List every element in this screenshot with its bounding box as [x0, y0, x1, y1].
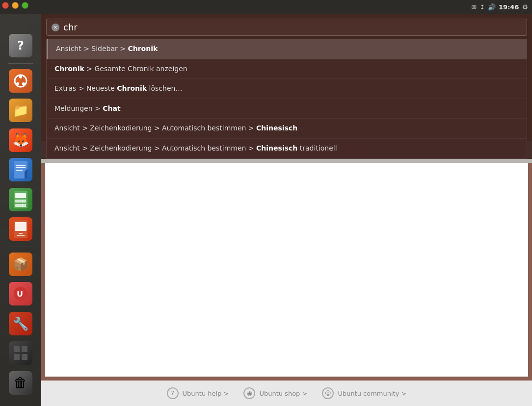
search-bar: × chr — [46, 19, 527, 36]
dock-item-firefox[interactable]: 🦊 — [6, 127, 35, 153]
close-button[interactable] — [2, 2, 9, 9]
svg-point-2 — [22, 82, 25, 85]
clock: 19:46 — [499, 3, 519, 11]
clear-icon: × — [53, 25, 57, 30]
result-3-prefix: Extras > Neueste — [54, 84, 117, 92]
result-1-bold: Chronik — [128, 45, 158, 52]
dock-item-package[interactable]: 📦 — [6, 251, 35, 278]
svg-rect-15 — [19, 204, 23, 207]
dock-item-tools[interactable]: 🔧 — [6, 310, 35, 337]
svg-rect-7 — [16, 170, 23, 171]
system-tray: ✉ ↕ 🔊 19:46 ⚙ — [471, 3, 528, 11]
svg-rect-10 — [15, 193, 26, 198]
result-6-suffix: traditionell — [297, 144, 337, 152]
dock-divider-2 — [8, 247, 33, 247]
dock-item-unity[interactable]: U — [6, 280, 35, 307]
svg-text:U: U — [17, 289, 23, 299]
search-result-chinesisch-traditionell[interactable]: Ansicht > Zeichenkodierung > Automatisch… — [47, 139, 527, 158]
browser-white-content — [45, 163, 528, 377]
result-2-suffix: > Gesamte Chronik anzeigen — [84, 65, 187, 73]
svg-rect-11 — [15, 200, 19, 203]
search-result-chronik-loschen[interactable]: Extras > Neueste Chronik löschen… — [47, 79, 527, 99]
svg-rect-16 — [22, 204, 26, 207]
minimize-button[interactable] — [12, 2, 19, 9]
ubuntu-shop-link[interactable]: ◉ Ubuntu shop > — [243, 387, 307, 399]
search-clear-button[interactable]: × — [52, 24, 59, 31]
main-layout: ? 📁 🦊 — [0, 14, 532, 406]
dock-divider-1 — [8, 63, 33, 64]
search-results-list: Ansicht > Sidebar > Chronik Chronik > Ge… — [46, 39, 527, 159]
svg-rect-20 — [17, 235, 25, 236]
ubuntu-shop-icon: ◉ — [243, 387, 255, 399]
result-6-prefix: Ansicht > Zeichenkodierung > Automatisch… — [54, 144, 256, 152]
mail-icon[interactable]: ✉ — [471, 3, 477, 11]
result-4-prefix: Meldungen > — [54, 104, 103, 112]
search-result-chronik-sidebar[interactable]: Ansicht > Sidebar > Chronik — [47, 39, 527, 59]
dock-item-trash[interactable]: 🗑 — [6, 370, 35, 397]
dock-item-writer[interactable] — [6, 156, 35, 183]
svg-rect-12 — [19, 200, 23, 203]
ubuntu-community-label: Ubuntu community > — [338, 390, 406, 397]
ubuntu-help-icon: ? — [167, 387, 179, 399]
network-icon[interactable]: ↕ — [479, 3, 485, 11]
dock-item-calc[interactable] — [6, 186, 35, 213]
result-3-suffix: löschen… — [147, 84, 182, 92]
search-result-chronik-gesamte[interactable]: Chronik > Gesamte Chronik anzeigen — [47, 59, 527, 79]
result-5-prefix: Ansicht > Zeichenkodierung > Automatisch… — [54, 124, 256, 132]
ubuntu-help-link[interactable]: ? Ubuntu help > — [167, 387, 229, 399]
ubuntu-community-icon: ☺ — [322, 387, 334, 399]
ubuntu-community-link[interactable]: ☺ Ubuntu community > — [322, 387, 406, 399]
volume-icon[interactable]: 🔊 — [488, 3, 496, 11]
svg-rect-14 — [15, 204, 19, 207]
dock-item-workspaces[interactable] — [6, 340, 35, 367]
ubuntu-shop-label: Ubuntu shop > — [259, 390, 307, 397]
result-3-bold: Chronik — [117, 84, 147, 92]
search-overlay: × chr Ansicht > Sidebar > Chronik Chroni… — [41, 14, 532, 159]
dock-item-impress[interactable] — [6, 216, 35, 243]
dock: ? 📁 🦊 — [0, 14, 41, 406]
svg-rect-6 — [16, 167, 26, 168]
result-1-prefix: Ansicht > Sidebar > — [56, 45, 128, 52]
svg-rect-13 — [22, 200, 26, 203]
search-result-chat[interactable]: Meldungen > Chat — [47, 99, 527, 119]
svg-rect-18 — [15, 222, 27, 231]
maximize-button[interactable] — [22, 2, 28, 9]
result-4-bold: Chat — [103, 104, 120, 112]
dock-item-help[interactable]: ? — [6, 32, 35, 59]
result-5-bold: Chinesisch — [256, 124, 297, 132]
ubuntu-links-bar: ? Ubuntu help > ◉ Ubuntu shop > ☺ Ubuntu… — [41, 381, 532, 406]
ubuntu-help-label: Ubuntu help > — [183, 390, 229, 397]
settings-icon[interactable]: ⚙ — [522, 3, 528, 11]
dock-item-files[interactable]: 📁 — [6, 97, 35, 124]
window-controls — [2, 2, 28, 9]
result-6-bold: Chinesisch — [256, 144, 297, 152]
top-bar: ✉ ↕ 🔊 19:46 ⚙ — [0, 0, 532, 14]
svg-rect-19 — [19, 233, 23, 234]
svg-rect-25 — [14, 354, 20, 360]
search-query-display: chr — [63, 22, 522, 32]
svg-point-1 — [19, 76, 22, 78]
dock-item-ubuntu-software[interactable] — [6, 67, 35, 94]
content-area: suche ? Ubuntu help > ◉ Ubuntu shop > ☺ … — [41, 14, 532, 406]
search-result-chinesisch[interactable]: Ansicht > Zeichenkodierung > Automatisch… — [47, 119, 527, 139]
svg-rect-5 — [16, 165, 26, 166]
svg-rect-24 — [22, 346, 27, 352]
svg-point-3 — [16, 82, 19, 85]
svg-rect-23 — [14, 346, 20, 352]
svg-rect-26 — [22, 354, 27, 360]
result-2-bold: Chronik — [54, 65, 84, 73]
